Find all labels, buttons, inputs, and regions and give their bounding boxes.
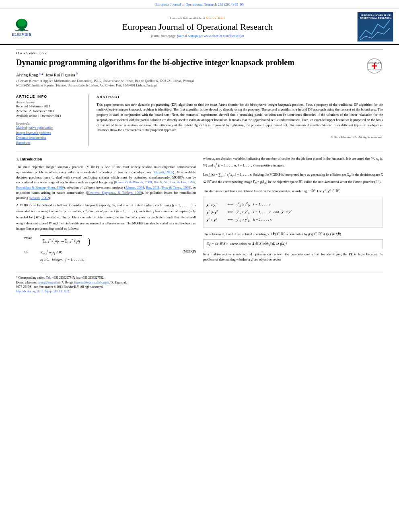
ehrgott-link[interactable]: Ehrgott, 2005 [154,170,173,174]
keyword-3[interactable]: Dynamic programming [16,136,82,141]
affiliation-a: a Cemare (Center of Applied Mathematics … [16,79,383,83]
abstract-column: ABSTRACT This paper presents two new dyn… [97,94,383,146]
right-para-4: The relations ≤, ≤ and < are defined acc… [203,231,383,237]
intro-para-1: The multi-objective integer knapsack pro… [16,164,196,200]
svg-text:click for updates: click for updates [367,68,382,71]
elsevier-logo: ELSEVIER [6,17,38,37]
dominance-line-3: y1 > y2 ⟺ y1k > y2k, k = 1, . . . , r. [207,216,379,223]
abstract-title: ABSTRACT [97,94,383,100]
keyword-1[interactable]: Multi-objective optimization [16,125,82,131]
journal-ref-text: European Journal of Operational Research… [155,2,244,6]
efficient-set-formula: XE = {x ∈ X : there exists no x̄ ∈ X wit… [203,239,383,249]
footer-footnotes: * Corresponding author. Tel.: +351 21392… [16,273,383,294]
title-area: Dynamic programming algorithms for the b… [16,58,383,68]
section-label: Discrete optimization [16,49,383,55]
doi-link[interactable]: http://dx.doi.org/10.1016/j.ejor.2013.11… [16,289,383,294]
journal-homepage: journal homepage: journal homepage: www.… [42,34,353,38]
journal-title: European Journal of Operational Research [42,22,353,32]
elsevier-brand-text: ELSEVIER [12,33,31,37]
sciencedirect-link[interactable]: ScienceDirect [206,16,225,20]
page: European Journal of Operational Research… [0,0,399,532]
svg-text:OPERATIONAL RESEARCH: OPERATIONAL RESEARCH [360,17,391,19]
right-para-3: The dominance relations are defined base… [203,188,383,194]
authors: Aiying Rong a,*, José Rui Figueira b [16,72,383,77]
email2-link[interactable]: figueira@tecnico.ulisboa.pt [74,281,108,284]
svg-point-2 [18,19,26,27]
copyright-text: © 2013 Elsevier B.V. All rights reserved… [97,135,383,140]
article-info-column: ARTICLE INFO Article history: Received 8… [16,94,88,146]
ejor-logo-image: EUROPEAN JOURNAL OF OPERATIONAL RESEARCH [357,12,393,42]
ejor-cover-art: EUROPEAN JOURNAL OF OPERATIONAL RESEARCH [358,12,393,42]
journal-reference: European Journal of Operational Research… [0,0,399,8]
journal-header: ELSEVIER Contents lists available at Sci… [0,8,399,45]
section-1-heading: 1. Introduction [16,156,196,162]
elsevier-tree-icon [10,17,34,33]
body-right-column: where xj are decision variables indicati… [203,156,383,267]
dominance-relations: y1 ≥ y2 ⟺ y1k ≥ y2k, k = 1, . . . , r y1… [203,197,383,228]
journal-header-center: Contents lists available at ScienceDirec… [42,16,353,38]
dominance-line-1: y1 ≥ y2 ⟺ y1k ≥ y2k, k = 1, . . . , r [207,201,379,208]
available-date: Available online 1 December 2013 [16,114,82,119]
homepage-link[interactable]: journal homepage: www.elsevier.com/locat… [177,34,245,38]
whether-text: whether [237,257,247,261]
email-addresses-note: E-mail addresses: arong@iseg.utl.pt (A. … [16,280,383,285]
svg-text:EUROPEAN JOURNAL OF: EUROPEAN JOURNAL OF [361,14,391,16]
right-para-2: Let fk(x) = ∑j=1n cjkxj, k = 1, . . . , … [203,171,383,185]
main-content: Discrete optimization Dynamic programmin… [0,45,399,298]
right-para-1: where xj are decision variables indicati… [203,156,383,169]
article-meta-section: ARTICLE INFO Article history: Received 8… [16,91,383,146]
accepted-date: Accepted 23 November 2013 [16,109,82,114]
body-left-column: 1. Introduction The multi-objective inte… [16,156,196,267]
body-columns: 1. Introduction The multi-objective inte… [16,152,383,267]
crossmark-icon: CrossMark click for updates [366,58,383,74]
intro-para-2: A MOIKP can be defined as follows. Consi… [16,203,196,231]
email1-link[interactable]: arong@iseg.utl.pt [38,281,60,284]
received-date: Received 8 February 2013 [16,104,82,109]
crossmark-badge: CrossMark click for updates [366,58,383,75]
keyword-2[interactable]: Integer knapsack problems [16,131,82,136]
doi-note: 0377-2217/$ - see front matter © 2013 El… [16,285,383,294]
corresponding-author-note: * Corresponding author. Tel.: +351 21392… [16,275,383,280]
paper-title: Dynamic programming algorithms for the b… [16,58,383,68]
article-info-title: ARTICLE INFO [16,94,82,99]
abstract-text: This paper presents two new dynamic prog… [97,102,383,133]
klamroth-link[interactable]: Klamroth & Wiecek, 2000 [115,180,152,184]
dominance-line-2: y1 ≽ y2 ⟺ y1k ≥ y2k, k = 1, . . . , r an… [207,209,379,216]
history-label: Article history: [16,101,82,104]
contents-available-text: Contents lists available at ScienceDirec… [42,16,353,20]
moikp-formula: vmax ∑j=1n c1jxj, …, ∑j=1n crjxj ) [24,235,196,263]
right-para-5: In a multi-objective combinatorial optim… [203,252,383,262]
affiliation-b: b CEG-IST, Instituto Superior Técnico, U… [16,83,383,88]
keywords-label: Keywords: [16,122,82,125]
keyword-4[interactable]: Bound sets [16,141,82,146]
affiliations: a Cemare (Center of Applied Mathematics … [16,79,383,88]
